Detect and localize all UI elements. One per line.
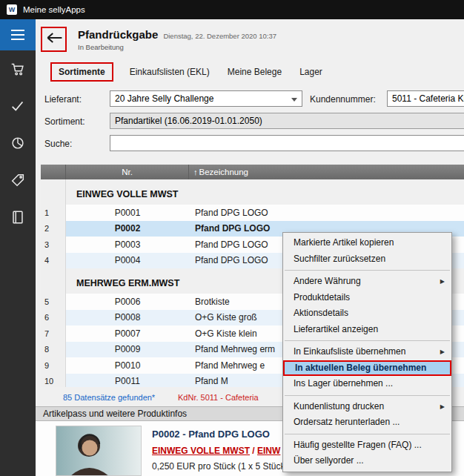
pie-chart-icon <box>10 135 26 151</box>
sidebar-item-catalog[interactable] <box>0 199 36 236</box>
page-status: In Bearbeitung <box>78 43 124 51</box>
menu-item-other-currency[interactable]: Andere Währung ▶ <box>283 274 451 290</box>
product-price: 0,250 EUR pro Stück (1 x 5 Stück) <box>152 461 288 472</box>
submenu-arrow-icon: ▶ <box>440 399 445 415</box>
menu-item-about-sellyorder[interactable]: Über sellyorder ... <box>283 453 451 469</box>
submenu-arrow-icon: ▶ <box>440 344 445 360</box>
app-window: W Meine sellyApps <box>0 0 464 476</box>
tab-sortimente[interactable]: Sortimente <box>50 62 113 82</box>
tab-bar: Sortimente Einkaufslisten (EKL) Meine Be… <box>50 62 324 82</box>
kundennummer-select[interactable]: 5011 - Cafeteria Kl <box>387 90 464 107</box>
page-date: Dienstag, 22. Dezember 2020 10:37 <box>163 32 276 40</box>
app-icon: W <box>7 4 17 15</box>
menu-separator <box>285 270 450 271</box>
column-header-nr[interactable]: Nr. <box>66 165 189 179</box>
menu-item-print-customer-listing[interactable]: Kundenlistung drucken ▶ <box>283 399 451 415</box>
menu-item-show-delivery-articles[interactable]: Lieferartikel anzeigen <box>283 322 451 338</box>
back-arrow-icon <box>44 30 64 49</box>
chevron-down-icon <box>291 98 297 102</box>
menu-item-take-into-shopping-list[interactable]: In Einkaufsliste übernehmen ▶ <box>283 344 451 360</box>
tab-lager[interactable]: Lager <box>298 63 324 81</box>
table-header[interactable]: Nr. ↑ Bezeichnung <box>41 165 464 179</box>
column-header-bezeichnung[interactable]: ↑ Bezeichnung <box>189 165 464 179</box>
menu-item-take-into-warehouse[interactable]: Ins Lager übernehmen ... <box>283 376 451 392</box>
suche-label: Suche: <box>44 139 72 149</box>
category-link[interactable]: EINW <box>257 446 280 456</box>
sortiment-label: Sortiment: <box>44 116 85 127</box>
hamburger-icon <box>10 29 25 41</box>
lieferant-label: Lieferant: <box>44 94 82 105</box>
book-icon <box>10 209 26 225</box>
column-header-rownum <box>41 165 66 179</box>
cart-icon <box>10 61 26 77</box>
kundennummer-value: 5011 - Cafeteria Kl <box>392 93 464 104</box>
lieferant-select[interactable]: 20 Jahre Selly Challenge <box>110 90 302 107</box>
sidebar <box>0 19 36 476</box>
sortiment-value: Pfandartikel (16.06.2019-01.01.2050) <box>115 116 262 126</box>
menu-item-download-order-set[interactable]: Ordersatz herunterladen ... <box>283 414 451 431</box>
sidebar-item-pie-chart[interactable] <box>0 125 36 162</box>
tag-icon <box>10 172 26 188</box>
menu-item-reset-search-filter[interactable]: Suchfilter zurücksetzen <box>283 251 451 268</box>
records-found-status: 85 Datensätze gefunden* <box>63 393 155 402</box>
tab-einkaufslisten[interactable]: Einkaufslisten (EKL) <box>128 63 211 81</box>
sidebar-menu-button[interactable] <box>0 19 36 50</box>
menu-separator <box>285 395 450 396</box>
menu-item-product-details[interactable]: Produktdetails <box>283 290 451 306</box>
customer-number-status: KdNr. 5011 - Cafeteria <box>178 393 259 402</box>
menu-item-copy-marked-articles[interactable]: Markierte Artikel kopieren <box>283 235 451 251</box>
back-button[interactable] <box>41 27 67 52</box>
context-menu: Markierte Artikel kopieren Suchfilter zu… <box>282 232 452 472</box>
product-photo <box>56 426 142 476</box>
sidebar-item-cart[interactable] <box>0 50 36 87</box>
category-link[interactable]: EINWEG VOLLE MWST <box>152 446 250 456</box>
sortiment-field[interactable]: Pfandartikel (16.06.2019-01.01.2050) <box>110 113 464 129</box>
lieferant-value: 20 Jahre Selly Challenge <box>115 93 213 104</box>
sidebar-item-checklist[interactable] <box>0 87 36 125</box>
table-group-row: EINWEG VOLLE MWST <box>41 179 464 205</box>
table-row[interactable]: 1 P0001 Pfand DPG LOGO <box>41 205 464 221</box>
product-title: P0002 - Pfand DPG LOGO <box>152 429 270 440</box>
search-input[interactable] <box>110 135 464 151</box>
kundennummer-label: Kundennummer: <box>310 94 376 105</box>
page-title: Pfandrückgabe <box>78 28 158 41</box>
window-title: Meine sellyApps <box>23 5 85 14</box>
link-separator: / <box>250 446 257 456</box>
submenu-arrow-icon: ▶ <box>440 274 445 290</box>
menu-item-take-into-current-receipt[interactable]: In aktuellen Beleg übernehmen <box>283 360 451 377</box>
tab-meine-belege[interactable]: Meine Belege <box>226 63 283 81</box>
sidebar-item-price-tag[interactable] <box>0 162 36 199</box>
menu-item-faq[interactable]: Häufig gestellte Fragen (FAQ) ... <box>283 437 451 454</box>
title-bar: W Meine sellyApps <box>0 0 464 19</box>
menu-separator <box>285 340 450 341</box>
page-header: Pfandrückgabe Dienstag, 22. Dezember 202… <box>78 28 276 41</box>
product-category-links: EINWEG VOLLE MWST / EINW <box>152 446 280 456</box>
check-icon <box>10 98 26 114</box>
menu-item-action-details[interactable]: Aktionsdetails <box>283 305 451 322</box>
sort-asc-icon: ↑ <box>193 168 198 176</box>
menu-separator <box>285 434 450 434</box>
